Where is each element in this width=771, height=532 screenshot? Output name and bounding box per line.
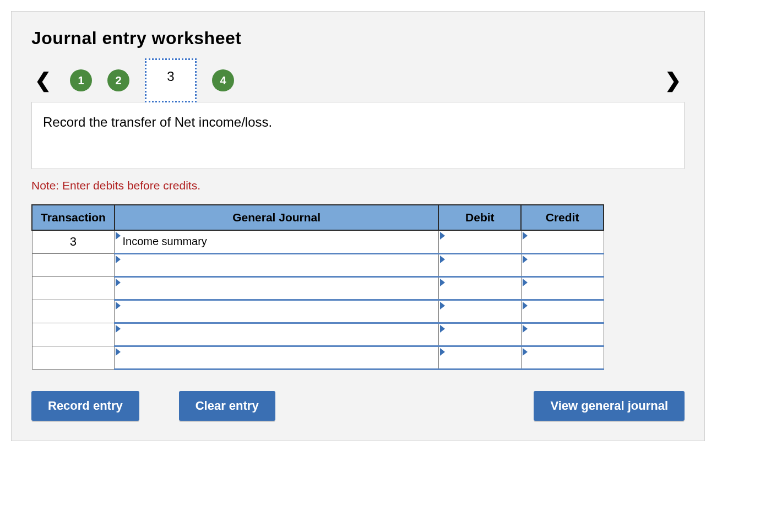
account-input[interactable] [115,324,438,345]
debit-cell[interactable] [438,253,521,276]
step-4[interactable]: 4 [212,69,234,91]
account-cell[interactable] [115,346,438,369]
dropdown-caret-icon [440,232,445,240]
credit-input[interactable] [522,278,604,299]
transaction-cell [32,276,115,300]
account-input[interactable] [115,254,438,276]
credit-input[interactable] [522,254,604,276]
dropdown-caret-icon [440,325,445,333]
dropdown-caret-icon [523,256,528,263]
table-row [32,323,604,346]
credit-cell[interactable] [521,323,604,346]
chevron-right-icon[interactable]: ❯ [661,69,685,92]
transaction-cell [32,323,115,346]
dropdown-caret-icon [523,232,528,240]
button-row: Record entry Clear entry View general jo… [31,391,685,421]
account-cell[interactable] [115,253,438,276]
header-credit: Credit [521,205,604,230]
clear-entry-button[interactable]: Clear entry [179,391,275,421]
table-row [32,253,604,276]
transaction-cell: 3 [32,230,115,253]
dropdown-caret-icon [116,348,121,356]
debit-cell[interactable] [438,323,521,346]
step-1[interactable]: 1 [70,69,92,91]
account-input[interactable] [115,301,438,322]
table-row [32,346,604,369]
credit-cell[interactable] [521,300,604,323]
dropdown-caret-icon [440,348,445,356]
credit-input[interactable] [522,231,604,253]
dropdown-caret-icon [523,348,528,356]
debit-cell[interactable] [438,346,521,369]
debit-input[interactable] [439,301,521,322]
dropdown-caret-icon [523,302,528,310]
page-title: Journal entry worksheet [31,28,685,48]
dropdown-caret-icon [116,256,121,263]
debit-cell[interactable] [438,276,521,300]
journal-entry-table: Transaction General Journal Debit Credit… [31,204,604,370]
debit-input[interactable] [439,231,521,253]
header-general-journal: General Journal [115,205,438,230]
header-debit: Debit [438,205,521,230]
account-input[interactable] [115,278,438,299]
account-input[interactable] [115,347,438,368]
credit-cell[interactable] [521,253,604,276]
transaction-cell [32,253,115,276]
account-cell[interactable] [115,300,438,323]
chevron-left-icon[interactable]: ❮ [31,69,55,92]
step-nav-row: ❮ 1 2 3 4 ❯ [31,58,685,102]
account-cell[interactable] [115,323,438,346]
debit-input[interactable] [439,254,521,276]
view-general-journal-button[interactable]: View general journal [534,391,685,421]
debit-cell[interactable] [438,300,521,323]
dropdown-caret-icon [440,256,445,263]
step-3-current[interactable]: 3 [145,58,197,102]
dropdown-caret-icon [440,279,445,286]
credit-cell[interactable] [521,346,604,369]
worksheet-panel: Journal entry worksheet ❮ 1 2 3 4 ❯ Reco… [11,11,705,441]
debit-input[interactable] [439,324,521,345]
debit-cell[interactable] [438,230,521,253]
debit-input[interactable] [439,278,521,299]
step-list: 1 2 3 4 [70,58,661,102]
prompt-box: Record the transfer of Net income/loss. [31,102,685,169]
table-row [32,276,604,300]
dropdown-caret-icon [116,232,121,240]
account-cell[interactable] [115,230,438,253]
credit-cell[interactable] [521,230,604,253]
dropdown-caret-icon [523,325,528,333]
account-cell[interactable] [115,276,438,300]
dropdown-caret-icon [523,279,528,286]
dropdown-caret-icon [440,302,445,310]
debit-input[interactable] [439,347,521,368]
account-input[interactable] [115,231,438,253]
dropdown-caret-icon [116,279,121,286]
transaction-cell [32,300,115,323]
table-row: 3 [32,230,604,253]
credit-input[interactable] [522,301,604,322]
record-entry-button[interactable]: Record entry [31,391,139,421]
dropdown-caret-icon [116,325,121,333]
credit-input[interactable] [522,324,604,345]
credit-cell[interactable] [521,276,604,300]
step-2[interactable]: 2 [107,69,129,91]
dropdown-caret-icon [116,302,121,310]
header-transaction: Transaction [32,205,115,230]
note-text: Note: Enter debits before credits. [31,179,685,192]
table-row [32,300,604,323]
credit-input[interactable] [522,347,604,368]
transaction-cell [32,346,115,369]
